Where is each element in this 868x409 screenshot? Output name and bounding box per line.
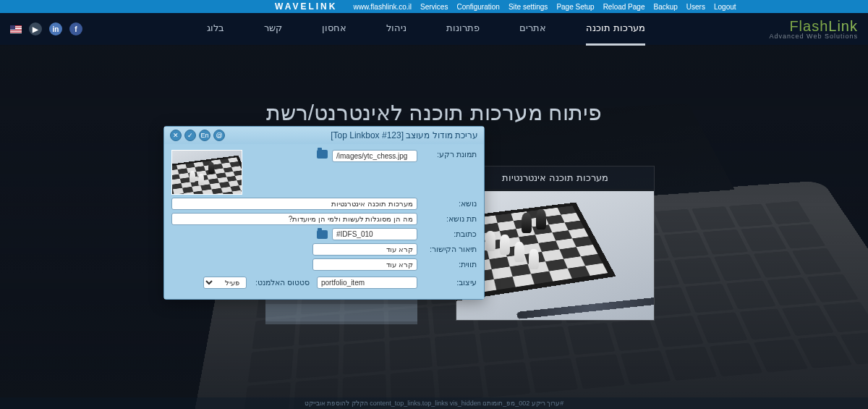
input-tooltip[interactable] bbox=[312, 258, 417, 271]
linkedin-icon[interactable]: in bbox=[49, 22, 62, 35]
card-title: מערכות תוכנה אינטרנטיות bbox=[456, 166, 654, 189]
modal-help-icon[interactable]: @ bbox=[213, 130, 225, 141]
nav-links: מערכות תוכנה אתרים פתרונות ניהול אחסון ק… bbox=[207, 12, 645, 46]
topbar-link-site[interactable]: www.flashlink.co.il bbox=[353, 3, 412, 11]
label-design: עיצוב: bbox=[422, 278, 477, 287]
nav-item-software[interactable]: מערכות תוכנה bbox=[586, 12, 645, 46]
topbar-link-services[interactable]: Services bbox=[420, 3, 448, 11]
label-link-desc: תיאור הקישור: bbox=[422, 245, 477, 254]
folder-icon[interactable] bbox=[317, 150, 328, 159]
topbar-link-backup[interactable]: Backup bbox=[653, 3, 677, 11]
wavelink-brand: WAVELINK bbox=[275, 1, 337, 12]
input-address[interactable] bbox=[332, 228, 417, 240]
nav-left-icons: ▶ in f bbox=[10, 22, 82, 35]
modal-header[interactable]: עריכת מודול מעוצב [Top Linkbox #123] ✕ ✓… bbox=[164, 127, 484, 144]
modal-ok-icon[interactable]: ✓ bbox=[184, 130, 196, 141]
flag-icon[interactable] bbox=[10, 25, 22, 33]
nav-item-blog[interactable]: בלוג bbox=[207, 12, 224, 46]
folder-icon-address[interactable] bbox=[317, 230, 328, 239]
select-status[interactable]: פעיל bbox=[203, 277, 247, 289]
nav-item-contact[interactable]: קשר bbox=[264, 12, 282, 46]
nav-item-manage[interactable]: ניהול bbox=[386, 12, 407, 46]
nav-item-solutions[interactable]: פתרונות bbox=[446, 12, 480, 46]
nav-item-hosting[interactable]: אחסון bbox=[322, 12, 346, 46]
flashlink-logo: FlashLink Advanced Web Solutions bbox=[770, 18, 858, 40]
topbar-link-logout[interactable]: Logout bbox=[714, 3, 736, 11]
edit-module-modal: עריכת מודול מעוצב [Top Linkbox #123] ✕ ✓… bbox=[163, 126, 485, 300]
topbar-link-page-setup[interactable]: Page Setup bbox=[556, 3, 594, 11]
modal-close-icon[interactable]: ✕ bbox=[170, 130, 182, 141]
label-bg-image: תמונת רקע: bbox=[422, 150, 477, 159]
thumbnail-preview bbox=[171, 150, 242, 195]
input-subject[interactable] bbox=[171, 198, 417, 210]
facebook-icon[interactable]: f bbox=[69, 22, 82, 35]
input-link-desc[interactable] bbox=[312, 243, 417, 256]
label-status: סטטוס האלמנט: bbox=[255, 278, 310, 287]
modal-title: עריכת מודול מעוצב [Top Linkbox #123] bbox=[225, 130, 478, 140]
topbar-link-users[interactable]: Users bbox=[686, 3, 705, 11]
label-subject: נושא: bbox=[422, 199, 477, 208]
hero-title: פיתוח מערכות תוכנה לאינטרנט/רשת bbox=[0, 100, 868, 125]
footer-text: #ערוך ריקע 002_מפ_חומותנו content_top_li… bbox=[305, 400, 564, 407]
nav-item-sites[interactable]: אתרים bbox=[519, 12, 546, 46]
input-sub-subject[interactable] bbox=[171, 213, 417, 225]
topbar-link-site-settings[interactable]: Site settings bbox=[509, 3, 548, 11]
input-design[interactable] bbox=[317, 277, 417, 289]
admin-topbar: WAVELINK www.flashlink.co.il Services Co… bbox=[0, 0, 868, 13]
topbar-link-configuration[interactable]: Configuration bbox=[456, 3, 499, 11]
main-navbar: ▶ in f מערכות תוכנה אתרים פתרונות ניהול … bbox=[0, 13, 868, 45]
topbar-link-reload[interactable]: Reload Page bbox=[603, 3, 645, 11]
modal-lang-icon[interactable]: En bbox=[199, 130, 210, 141]
footer-bar: #ערוך ריקע 002_מפ_חומותנו content_top_li… bbox=[0, 397, 868, 409]
content-card[interactable]: מערכות תוכנה אינטרנטיות bbox=[456, 166, 655, 321]
label-sub-subject: תת נושא: bbox=[422, 214, 477, 224]
label-address: כתובת: bbox=[422, 229, 477, 239]
modal-body: תמונת רקע: נושא: תת נושא: כתובת: bbox=[164, 144, 484, 299]
youtube-icon[interactable]: ▶ bbox=[29, 22, 42, 35]
card-image bbox=[456, 191, 654, 320]
label-tooltip: תווית: bbox=[422, 260, 477, 269]
input-bg-image[interactable] bbox=[332, 150, 417, 162]
